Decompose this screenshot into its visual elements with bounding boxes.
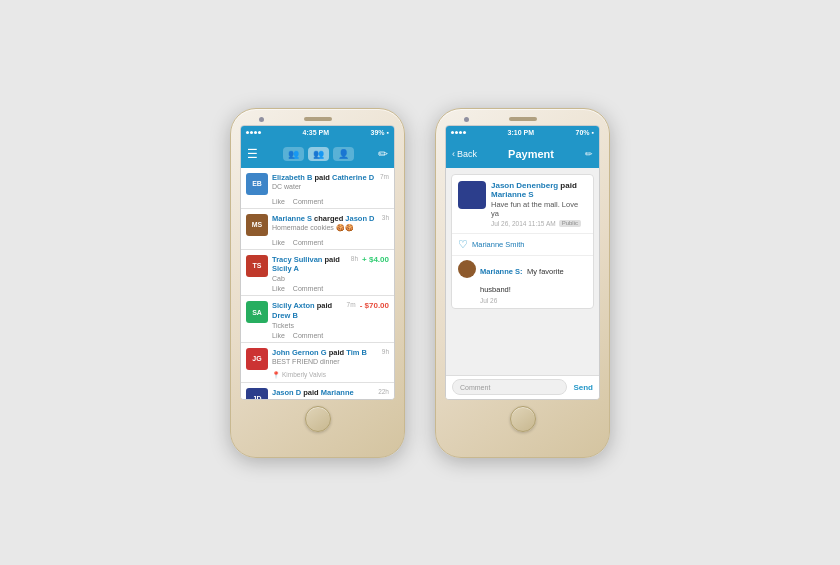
feed-item-3-top: TS Tracy Sullivan paid Sicily A Cab 8h +… <box>246 255 389 283</box>
feed-item-1-top: EB Elizabeth B paid Catherine D DC water… <box>246 173 389 195</box>
send-button[interactable]: Send <box>573 383 593 392</box>
comment-placeholder: Comment <box>460 384 490 391</box>
feed-names-2: Marianne S charged Jason D <box>272 214 378 224</box>
tab-friends[interactable]: 👥 <box>308 147 329 161</box>
tagged-5: 📍 Kimberly Valvis <box>246 371 389 379</box>
time-3: 8h <box>351 255 358 262</box>
target-2: Jason D <box>345 214 374 223</box>
memo-4: Tickets <box>272 322 343 329</box>
battery-icon: ▪ <box>387 129 389 136</box>
battery-level-2: 70% <box>576 129 590 136</box>
nav-bar-2: ‹ Back Payment ✏ <box>446 140 599 168</box>
like-3[interactable]: Like <box>272 285 285 292</box>
amount-3: + $4.00 <box>362 255 389 264</box>
compose-icon[interactable]: ✏ <box>378 147 388 161</box>
feed-actions-4: Like Comment <box>246 332 389 339</box>
feed-names-4: Sicily Axton paid Drew B <box>272 301 343 321</box>
location-icon: 📍 <box>272 371 280 379</box>
comment-1[interactable]: Comment <box>293 198 323 205</box>
actor-5: John Gernon G <box>272 348 327 357</box>
avatar-marianne: MS <box>246 214 268 236</box>
payment-actors: Jason Denenberg paid Marianne S <box>491 181 587 199</box>
comment-time: Jul 26 <box>480 297 587 304</box>
battery-icon-2: ▪ <box>592 129 594 136</box>
avatar-sicily: SA <box>246 301 268 323</box>
feed-names-3: Tracy Sullivan paid Sicily A <box>272 255 347 275</box>
comment-item: Marianne S: My favorite husband! Jul 26 <box>452 255 593 308</box>
time-1: 7m <box>380 173 389 180</box>
like-1[interactable]: Like <box>272 198 285 205</box>
feed-item-6-top: JD Jason D paid Marianne Smith Have fun … <box>246 388 389 399</box>
tab-groups[interactable]: 👥 <box>283 147 304 161</box>
like-2[interactable]: Like <box>272 239 285 246</box>
feed-item-3: TS Tracy Sullivan paid Sicily A Cab 8h +… <box>241 250 394 297</box>
amount-4: - $70.00 <box>360 301 389 310</box>
feed-item-5: JG John Gernon G paid Tim B BEST FRIEND … <box>241 343 394 383</box>
actor-1: Elizabeth B <box>272 173 312 182</box>
payment-memo: Have fun at the mall. Love ya <box>491 200 587 218</box>
avatar-jason: JD <box>246 388 268 399</box>
payment-meta: Jul 26, 2014 11:15 AM Public <box>491 220 587 227</box>
feed-content-1: Elizabeth B paid Catherine D DC water <box>272 173 376 191</box>
comment-content: Marianne S: My favorite husband! Jul 26 <box>480 260 587 304</box>
feed-content-5: John Gernon G paid Tim B BEST FRIEND din… <box>272 348 378 366</box>
payment-avatar <box>458 181 486 209</box>
front-camera <box>259 117 264 122</box>
payment-info: Jason Denenberg paid Marianne S Have fun… <box>491 181 587 227</box>
nav-bar-1: ☰ 👥 👥 👤 ✏ <box>241 140 394 168</box>
home-button-1[interactable] <box>305 406 331 432</box>
phone-2-top <box>442 117 603 121</box>
payment-date: Jul 26, 2014 11:15 AM <box>491 220 556 227</box>
nav-tabs: 👥 👥 👤 <box>283 147 354 161</box>
status-left <box>246 131 261 134</box>
home-button-2[interactable] <box>510 406 536 432</box>
menu-icon[interactable]: ☰ <box>247 147 258 161</box>
payment-title: Payment <box>481 148 581 160</box>
payment-header: Jason Denenberg paid Marianne S Have fun… <box>452 175 593 233</box>
memo-2: Homemade cookies 🍪🍪 <box>272 224 378 232</box>
feed-item-5-top: JG John Gernon G paid Tim B BEST FRIEND … <box>246 348 389 370</box>
time-6: 22h <box>378 388 389 395</box>
actor-6: Jason D <box>272 388 301 397</box>
back-label: Back <box>457 149 477 159</box>
phone-2-bottom <box>510 406 536 432</box>
target-3: Sicily A <box>272 264 299 273</box>
phone-1-screen: 4:35 PM 39% ▪ ☰ 👥 👥 👤 ✏ <box>240 125 395 400</box>
feed-item-6: JD Jason D paid Marianne Smith Have fun … <box>241 383 394 399</box>
comment-3[interactable]: Comment <box>293 285 323 292</box>
like-4[interactable]: Like <box>272 332 285 339</box>
feed-actions-1: Like Comment <box>246 198 389 205</box>
phone-1: 4:35 PM 39% ▪ ☰ 👥 👥 👤 ✏ <box>230 108 405 458</box>
edit-icon-2[interactable]: ✏ <box>585 149 593 159</box>
comment-4[interactable]: Comment <box>293 332 323 339</box>
time-5: 9h <box>382 348 389 355</box>
groups-icon: 👥 <box>288 149 299 159</box>
likes-section: ♡ Marianne Smith <box>452 233 593 255</box>
memo-3: Cab <box>272 275 347 282</box>
payment-card: Jason Denenberg paid Marianne S Have fun… <box>451 174 594 309</box>
back-button[interactable]: ‹ Back <box>452 149 477 159</box>
tab-person[interactable]: 👤 <box>333 147 354 161</box>
time-2: 3h <box>382 214 389 221</box>
heart-icon[interactable]: ♡ <box>458 238 468 251</box>
back-chevron: ‹ <box>452 149 455 159</box>
target-4: Drew B <box>272 311 298 320</box>
payment-target: Marianne S <box>491 190 534 199</box>
phone-2: 3:10 PM 70% ▪ ‹ Back Payment ✏ Ja <box>435 108 610 458</box>
commenter-name: Marianne S: <box>480 267 523 276</box>
payment-screen: Jason Denenberg paid Marianne S Have fun… <box>446 168 599 399</box>
feed: EB Elizabeth B paid Catherine D DC water… <box>241 168 394 399</box>
status-bar-2: 3:10 PM 70% ▪ <box>446 126 599 140</box>
front-camera-2 <box>464 117 469 122</box>
comment-input[interactable]: Comment <box>452 379 567 395</box>
signal-icon <box>246 131 261 134</box>
liker-name: Marianne Smith <box>472 240 525 249</box>
time-4: 7m <box>347 301 356 308</box>
feed-item-4: SA Sicily Axton paid Drew B Tickets 7m -… <box>241 296 394 343</box>
feed-names-5: John Gernon G paid Tim B <box>272 348 378 358</box>
memo-1: DC water <box>272 183 376 190</box>
comment-2[interactable]: Comment <box>293 239 323 246</box>
status-time-2: 3:10 PM <box>508 129 534 136</box>
avatar-elizabeth: EB <box>246 173 268 195</box>
speaker <box>304 117 332 121</box>
